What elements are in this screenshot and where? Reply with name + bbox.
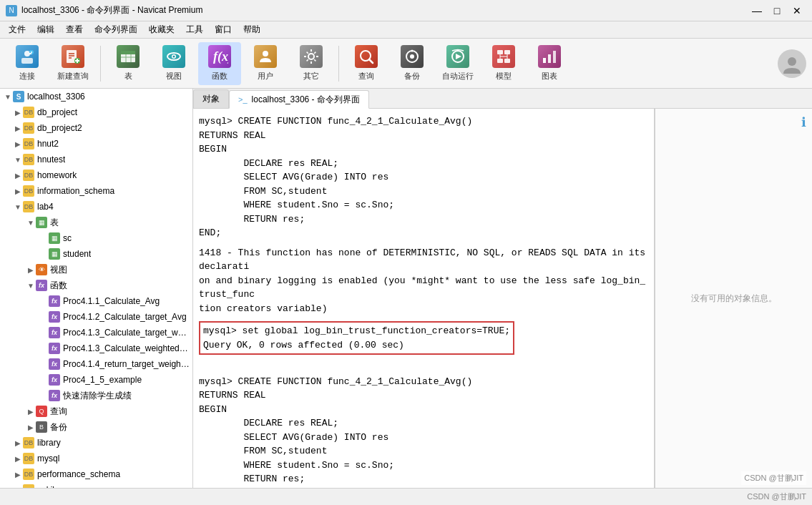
sakila-icon: DB — [23, 484, 34, 488]
toolbar-connect[interactable]: 连接 — [6, 42, 49, 85]
toolbar-func-label: 函数 — [212, 71, 228, 82]
homework-toggle[interactable]: ▶ — [13, 172, 23, 180]
folder-query-toggle[interactable]: ▶ — [26, 408, 36, 416]
sidebar-item-lab4[interactable]: ▼ DB lab4 — [0, 199, 192, 215]
toolbar-table[interactable]: 表 — [107, 42, 150, 85]
proc413a-icon: fx — [49, 327, 60, 338]
terminal-line-7: WHERE student.Sno = sc.Sno; — [199, 200, 394, 210]
terminal-area[interactable]: mysql> CREATE FUNCTION func_4_2_1_Calcul… — [193, 109, 655, 488]
menu-edit[interactable]: 编辑 — [31, 22, 60, 37]
menu-file[interactable]: 文件 — [3, 22, 31, 37]
sidebar-item-mysql[interactable]: ▶ DB mysql — [0, 451, 192, 466]
auto-run-icon — [446, 45, 469, 68]
sidebar-item-clear-grades[interactable]: fx 快速清除学生成绩 — [0, 388, 192, 403]
sidebar-item-proc413b[interactable]: fx Proc4.1.3_Calculate_weighted_A... — [0, 340, 192, 356]
sidebar-item-sc[interactable]: ▦ sc — [0, 230, 192, 246]
sidebar-item-proc411[interactable]: fx Proc4.1.1_Calculate_Avg — [0, 293, 192, 309]
toolbar-chart[interactable]: 图表 — [528, 42, 571, 85]
db-project-label: db_project — [37, 107, 77, 117]
menu-bar: 文件 编辑 查看 命令列界面 收藏夹 工具 窗口 帮助 — [0, 21, 812, 39]
hnutest-label: hnutest — [37, 155, 65, 165]
hnutest-toggle[interactable]: ▼ — [13, 156, 23, 164]
main-container: ▼ S localhost_3306 ▶ DB db_project ▶ DB … — [0, 89, 812, 488]
terminal-block-error: 1418 - This function has none of DETERMI… — [199, 246, 648, 316]
highlight-box-1: mysql> set global log_bin_trust_function… — [199, 321, 514, 355]
terminal-line2-6: FROM SC,student — [199, 446, 327, 456]
sidebar-item-proc415[interactable]: fx Proc4_1_5_example — [0, 372, 192, 388]
sidebar-item-folder-view[interactable]: ▶ 👁 视图 — [0, 262, 192, 278]
sidebar-item-homework[interactable]: ▶ DB homework — [0, 167, 192, 183]
lab4-toggle[interactable]: ▼ — [13, 203, 23, 211]
sidebar-item-folder-table[interactable]: ▼ ▦ 表 — [0, 215, 192, 230]
tab-terminal[interactable]: >_ localhost_3306 - 命令列界面 — [229, 90, 369, 109]
info-schema-toggle[interactable]: ▶ — [13, 187, 23, 195]
sidebar-item-perf-schema[interactable]: ▶ DB performance_schema — [0, 466, 192, 482]
sidebar-item-hnutest[interactable]: ▼ DB hnutest — [0, 152, 192, 167]
tab-bar: 对象 >_ localhost_3306 - 命令列界面 — [193, 89, 812, 109]
backup-icon — [401, 45, 424, 68]
sidebar-item-proc412[interactable]: fx Proc4.1.2_Calculate_target_Avg — [0, 309, 192, 325]
folder-view-icon: 👁 — [36, 264, 47, 275]
maximize-button[interactable]: □ — [768, 4, 786, 18]
toolbar-new-query[interactable]: 新建查询 — [52, 42, 94, 85]
sidebar-item-server[interactable]: ▼ S localhost_3306 — [0, 89, 192, 104]
terminal-line2-9: END; — [199, 488, 221, 489]
svg-line-24 — [369, 59, 373, 63]
query-report-icon — [355, 45, 378, 68]
avatar — [778, 49, 806, 78]
terminal-error-line3: tion creators variable) — [199, 303, 327, 314]
menu-terminal[interactable]: 命令列界面 — [89, 22, 143, 37]
folder-table-toggle[interactable]: ▼ — [26, 219, 36, 227]
menu-help[interactable]: 帮助 — [238, 22, 266, 37]
tab-terminal-label: localhost_3306 - 命令列界面 — [252, 94, 360, 106]
toolbar-other[interactable]: 其它 — [290, 42, 333, 85]
terminal-block-1: mysql> CREATE FUNCTION func_4_2_1_Calcul… — [199, 114, 648, 240]
toolbar-user[interactable]: 用户 — [244, 42, 287, 85]
sidebar-item-library[interactable]: ▶ DB library — [0, 435, 192, 451]
close-button[interactable]: ✕ — [788, 4, 806, 18]
split-content: mysql> CREATE FUNCTION func_4_2_1_Calcul… — [193, 109, 812, 488]
sidebar-item-student[interactable]: ▦ student — [0, 246, 192, 262]
sidebar-item-proc414[interactable]: fx Proc4.1.4_return_target_weight... — [0, 356, 192, 372]
toolbar-model[interactable]: 模型 — [482, 42, 525, 85]
terminal-line2-5: SELECT AVG(Grade) INTO res — [199, 432, 388, 443]
sidebar-item-db-project2[interactable]: ▶ DB db_project2 — [0, 120, 192, 136]
sidebar: ▼ S localhost_3306 ▶ DB db_project ▶ DB … — [0, 89, 193, 488]
folder-func-toggle[interactable]: ▼ — [26, 282, 36, 290]
folder-backup-toggle[interactable]: ▶ — [26, 423, 36, 431]
sidebar-item-folder-query[interactable]: ▶ Q 查询 — [0, 403, 192, 419]
toolbar-func[interactable]: f(x) 函数 — [198, 42, 241, 85]
proc411-icon: fx — [49, 295, 60, 307]
db-project-icon: DB — [23, 107, 34, 118]
db-project2-toggle[interactable]: ▶ — [13, 124, 23, 132]
toolbar-view[interactable]: 视图 — [152, 42, 195, 85]
info-panel-text: 没有可用的对象信息。 — [691, 293, 777, 305]
menu-favorites[interactable]: 收藏夹 — [143, 22, 180, 37]
folder-view-toggle[interactable]: ▶ — [26, 266, 36, 274]
toolbar-backup[interactable]: 备份 — [391, 42, 434, 85]
menu-tools[interactable]: 工具 — [180, 22, 209, 37]
server-toggle[interactable]: ▼ — [3, 93, 13, 101]
sidebar-item-folder-backup[interactable]: ▶ B 备份 — [0, 419, 192, 435]
sidebar-item-proc413a[interactable]: fx Proc4.1.3_Calculate_target_wei... — [0, 325, 192, 340]
sidebar-item-hnut2[interactable]: ▶ DB hnut2 — [0, 136, 192, 152]
sidebar-item-info-schema[interactable]: ▶ DB information_schema — [0, 183, 192, 199]
toolbar-auto-run[interactable]: 自动运行 — [436, 42, 479, 85]
db-project-toggle[interactable]: ▶ — [13, 109, 23, 117]
menu-view[interactable]: 查看 — [60, 22, 89, 37]
menu-window[interactable]: 窗口 — [209, 22, 238, 37]
proc414-label: Proc4.1.4_return_target_weight... — [63, 359, 190, 369]
title-bar-controls[interactable]: — □ ✕ — [748, 4, 806, 18]
toolbar-other-label: 其它 — [303, 71, 319, 82]
tab-object[interactable]: 对象 — [193, 89, 229, 108]
sidebar-item-db-project[interactable]: ▶ DB db_project — [0, 104, 192, 120]
svg-point-4 — [31, 52, 32, 53]
sidebar-item-sakila[interactable]: ▶ DB sakila — [0, 482, 192, 488]
toolbar-query[interactable]: 查询 — [345, 42, 388, 85]
sidebar-item-folder-func[interactable]: ▼ fx 函数 — [0, 278, 192, 293]
folder-query-label: 查询 — [50, 406, 67, 418]
sakila-label: sakila — [37, 485, 59, 488]
minimize-button[interactable]: — — [748, 4, 766, 18]
folder-view-label: 视图 — [50, 264, 67, 276]
hnut2-toggle[interactable]: ▶ — [13, 140, 23, 148]
